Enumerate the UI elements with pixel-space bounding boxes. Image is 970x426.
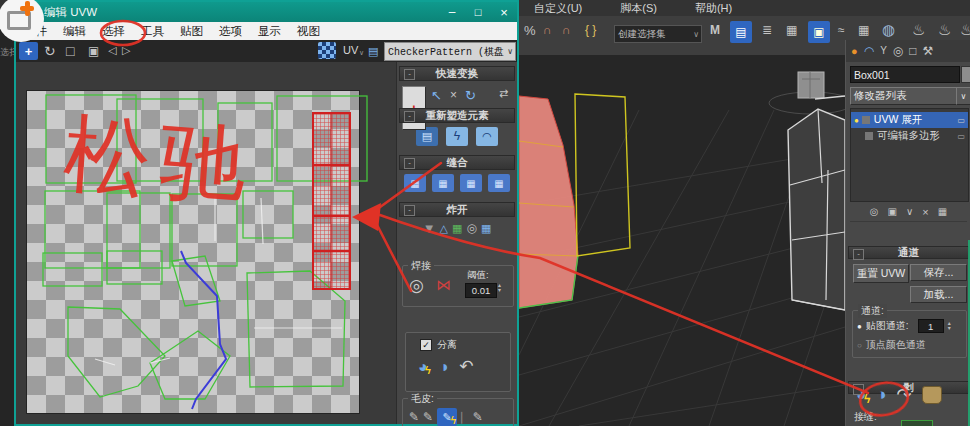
threshold-spinner[interactable]: 0.01 <box>465 283 497 298</box>
relax-custom-icon[interactable]: ◠ <box>476 127 498 146</box>
reset-uvw-button[interactable]: 重置 UVW <box>853 264 909 283</box>
weld-target-icon[interactable]: ◎ <box>409 275 424 296</box>
relax-tool-icon[interactable]: ϟ <box>446 127 468 146</box>
reshape-header[interactable]: -重新塑造元素 <box>399 108 515 123</box>
weld-selected-icon[interactable]: ⋈ <box>436 276 451 294</box>
show-map-toggle-icon[interactable] <box>318 42 336 59</box>
stack-row-editable-poly[interactable]: 可编辑多边形 ▭ <box>851 128 968 144</box>
stack-icon[interactable]: ▦ <box>786 24 797 36</box>
quick-peel-icon[interactable]: ◕ ϟ <box>418 358 428 376</box>
stitch-header[interactable]: -缝合 <box>399 155 515 170</box>
freeform-tool-icon[interactable]: ▣ <box>88 45 99 57</box>
peel-mode-icon[interactable]: ◑ <box>439 358 449 376</box>
show-end-result-icon[interactable]: ▣ <box>888 207 897 217</box>
flatten-id-icon[interactable]: ▦ <box>452 223 462 234</box>
mirror-tool-icon[interactable]: M <box>710 24 720 36</box>
render-icon[interactable]: ♨ <box>938 22 951 37</box>
stitch-custom-icon[interactable]: ▦ <box>404 174 426 192</box>
channel-rollout-header[interactable]: - 通道 <box>848 246 969 259</box>
distribute-h-icon[interactable]: ⇄ <box>499 88 508 99</box>
uv-seam-edge[interactable] <box>181 251 226 409</box>
close-button[interactable]: × <box>491 5 517 20</box>
scale-tool-icon[interactable]: □ <box>66 44 74 58</box>
uvw-menu-display[interactable]: 显示 <box>250 24 289 39</box>
menu-customize[interactable]: 自定义(U) <box>524 1 592 16</box>
vertex-color-radio[interactable]: ○ <box>857 341 862 350</box>
stitch-source-icon[interactable]: ▦ <box>432 174 454 192</box>
uv-canvas[interactable]: 松驰 <box>16 62 396 424</box>
gray-mesh-object[interactable] <box>788 109 845 310</box>
uv-space-selector[interactable]: UV <box>343 44 358 56</box>
space-horizontal-icon[interactable]: × <box>450 89 457 101</box>
mirror-left-icon[interactable]: ◁ <box>108 45 116 56</box>
schedule-icon[interactable]: ▦ <box>858 24 869 36</box>
pelt-map-icon[interactable]: ✎ <box>473 410 483 424</box>
uvw-menu-options[interactable]: 选项 <box>211 24 250 39</box>
flatten-polygon-icon[interactable]: △ <box>440 223 448 234</box>
uvw-titlebar[interactable]: 编辑 UVW – □ × <box>16 2 517 22</box>
stitch-average-icon[interactable]: ▦ <box>460 174 482 192</box>
magnet-snap2-icon[interactable]: ∩ <box>562 24 571 36</box>
hierarchy-tab-icon[interactable]: Y <box>880 46 887 56</box>
minimize-button[interactable]: – <box>439 5 465 19</box>
mirror-right-icon[interactable]: ▷ <box>122 45 130 56</box>
flatten-custom-icon[interactable]: ▦ <box>481 223 491 234</box>
uvw-menu-view[interactable]: 视图 <box>289 24 328 39</box>
uvw-menu-tools[interactable]: 工具 <box>133 24 172 39</box>
explode-header[interactable]: -炸开 <box>399 202 515 217</box>
save-button[interactable]: 保存... <box>910 264 967 281</box>
map-channel-radio[interactable]: ● <box>857 322 862 331</box>
menu-help[interactable]: 帮助(H) <box>685 1 742 16</box>
utilities-tab-icon[interactable]: ⚒ <box>923 45 934 57</box>
display-tab-icon[interactable]: □ <box>909 45 916 57</box>
scene-explorer-icon[interactable]: ▣ <box>808 21 830 43</box>
uvw-menu-select[interactable]: 选择 <box>94 24 133 39</box>
spinner-arrows[interactable]: ▴▾ <box>948 321 951 331</box>
menu-script[interactable]: 脚本(S) <box>610 1 667 16</box>
pin-stack-icon[interactable]: ◎ <box>870 207 879 217</box>
uvw-menu-edit[interactable]: 编辑 <box>55 24 94 39</box>
render-setup-icon[interactable]: ◍ <box>882 22 895 37</box>
load-button[interactable]: 加载... <box>910 286 967 303</box>
maximize-button[interactable]: □ <box>465 6 491 18</box>
modify-tab-icon[interactable]: ◠ <box>864 45 874 57</box>
motion-tab-icon[interactable]: ◎ <box>893 45 903 57</box>
separate-checkbox[interactable]: ✓ <box>420 339 432 351</box>
edit-seams-icon[interactable]: ✎ <box>409 410 419 424</box>
pelt-map-quick-icon[interactable]: ✎ ϟ <box>437 408 457 426</box>
peel-mode-button[interactable]: ◑ <box>876 385 886 405</box>
curve-editor-icon[interactable]: ≈ <box>838 24 845 36</box>
configure-stack-icon[interactable]: ▦ <box>938 207 947 217</box>
bulb-icon[interactable]: ● <box>854 116 859 125</box>
percent-snap-icon[interactable]: % <box>524 24 536 37</box>
edit-seams-partial-button[interactable] <box>901 420 933 426</box>
point-to-point-seams-icon[interactable]: ✎ <box>423 410 433 424</box>
rotate-tool-icon[interactable]: ↻ <box>44 44 56 58</box>
modifier-list-dropdown[interactable]: 修改器列表 <box>850 87 958 105</box>
stitch-target-icon[interactable]: ▦ <box>488 174 510 192</box>
object-name-field[interactable]: Box001 <box>850 66 960 83</box>
quick-peel-button[interactable]: ◕ ϟ <box>856 385 866 405</box>
rotate-cw-icon[interactable]: ↻ <box>465 89 476 102</box>
selected-mesh-object[interactable] <box>519 96 578 308</box>
reset-peel-button[interactable]: ↷ <box>897 384 912 406</box>
render-frame-icon[interactable]: ♨ <box>912 22 925 37</box>
quick-transform-header[interactable]: -快速变换 <box>399 66 515 81</box>
keyboard-shortcut-icon[interactable]: { } <box>585 24 596 36</box>
flatten-smoothing-icon[interactable]: ◎ <box>466 222 476 234</box>
list-icon[interactable]: ≣ <box>762 24 772 36</box>
render-quick-icon[interactable]: ♨ <box>960 22 970 37</box>
named-selection-set-dropdown[interactable]: 创建选择集 ∨ <box>614 25 702 43</box>
magnet-snap-icon[interactable]: ∩ <box>543 24 552 36</box>
modifier-list-chevron[interactable]: ∨ <box>956 87 970 105</box>
remove-modifier-icon[interactable]: × <box>922 207 928 218</box>
reset-peel-icon[interactable]: ↶ <box>459 356 473 377</box>
make-unique-icon[interactable]: ∨ <box>906 207 913 217</box>
move-tool-icon[interactable]: + <box>19 42 38 60</box>
pelt-map-button[interactable] <box>922 386 942 404</box>
object-color-swatch[interactable] <box>961 66 970 83</box>
collapse-icon[interactable]: - <box>853 249 864 260</box>
create-tab-icon[interactable]: ● <box>851 46 858 57</box>
uvw-menu-mapping[interactable]: 贴图 <box>172 24 211 39</box>
uv-selected-strip[interactable] <box>313 113 350 289</box>
